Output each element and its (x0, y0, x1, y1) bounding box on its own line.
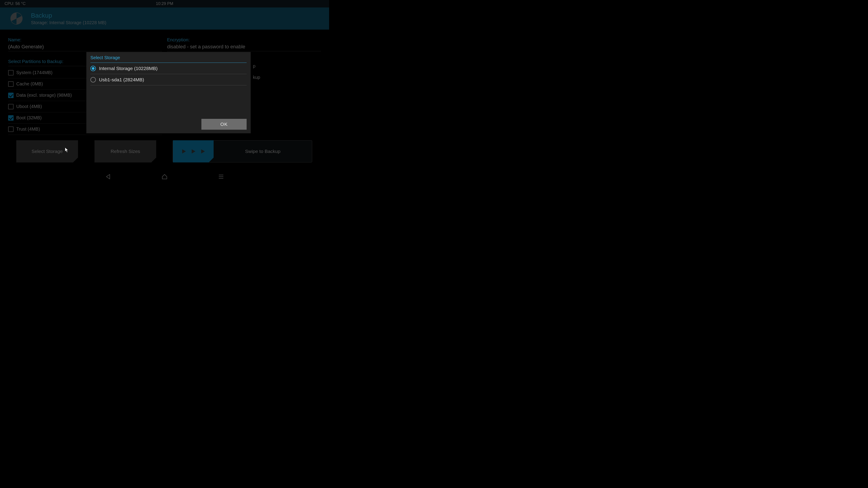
radio-icon[interactable] (90, 77, 96, 83)
storage-option-list: Internal Storage (10228MB)Usb1-sda1 (282… (90, 63, 247, 86)
storage-option-label: Usb1-sda1 (2824MB) (99, 77, 144, 83)
ok-button[interactable]: OK (202, 119, 247, 130)
select-storage-dialog: Select Storage Internal Storage (10228MB… (86, 52, 251, 133)
radio-icon[interactable] (90, 66, 96, 71)
storage-option-label: Internal Storage (10228MB) (99, 66, 158, 71)
storage-option[interactable]: Internal Storage (10228MB) (90, 63, 247, 74)
storage-option[interactable]: Usb1-sda1 (2824MB) (90, 74, 247, 86)
dialog-title: Select Storage (90, 55, 247, 63)
ok-label: OK (220, 122, 228, 127)
